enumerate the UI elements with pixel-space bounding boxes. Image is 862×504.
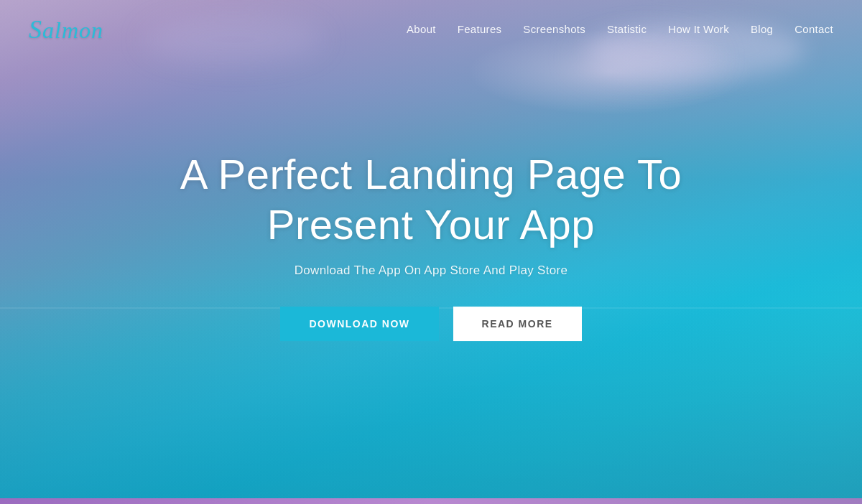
hero-title: A Perfect Landing Page To Present Your A…: [108, 149, 754, 249]
nav-item-contact: Contact: [794, 23, 833, 36]
logo-s: S: [29, 15, 42, 44]
nav-item-statistic: Statistic: [607, 23, 646, 36]
bottom-accent-bar: [0, 498, 862, 504]
nav-links: About Features Screenshots Statistic How…: [407, 23, 833, 36]
hero-content: A Perfect Landing Page To Present Your A…: [108, 149, 754, 341]
nav-link-features[interactable]: Features: [458, 23, 502, 35]
logo-text: almon: [42, 17, 103, 43]
nav-link-statistic[interactable]: Statistic: [607, 23, 646, 35]
nav-link-screenshots[interactable]: Screenshots: [523, 23, 585, 35]
brand-logo[interactable]: Salmon: [29, 14, 103, 45]
download-now-button[interactable]: DOWNLOAD NOW: [280, 307, 438, 341]
nav-link-blog[interactable]: Blog: [751, 23, 773, 35]
nav-item-screenshots: Screenshots: [523, 23, 585, 36]
hero-subtitle: Download The App On App Store And Play S…: [108, 263, 754, 278]
nav-item-blog: Blog: [751, 23, 773, 36]
page-wrapper: Salmon About Features Screenshots Statis…: [0, 0, 862, 504]
read-more-button[interactable]: READ MORE: [453, 307, 582, 341]
nav-item-about: About: [407, 23, 436, 36]
nav-link-how-it-work[interactable]: How It Work: [668, 23, 729, 35]
hero-buttons: DOWNLOAD NOW READ MORE: [108, 307, 754, 341]
nav-link-contact[interactable]: Contact: [794, 23, 833, 35]
nav-link-about[interactable]: About: [407, 23, 436, 35]
nav-item-features: Features: [458, 23, 502, 36]
nav-item-how-it-work: How It Work: [668, 23, 729, 36]
navbar: Salmon About Features Screenshots Statis…: [0, 0, 862, 59]
hero-section: Salmon About Features Screenshots Statis…: [0, 0, 862, 498]
